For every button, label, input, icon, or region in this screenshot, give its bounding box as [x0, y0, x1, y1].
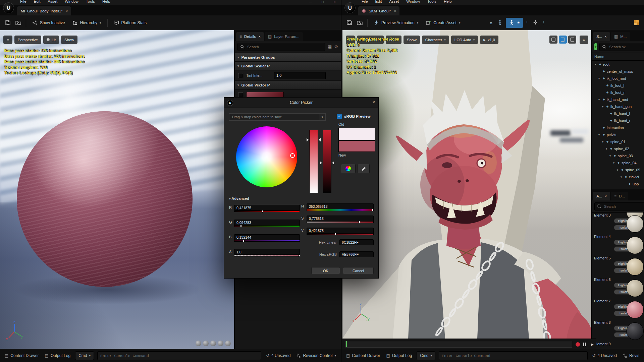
- chevron-down-icon[interactable]: ▾: [605, 147, 608, 150]
- tab-layer-parameters[interactable]: ▤ Layer Param...: [265, 32, 303, 41]
- override-checkbox[interactable]: [238, 73, 243, 78]
- save-button[interactable]: [3, 18, 12, 28]
- preview-shape-custom[interactable]: [225, 341, 231, 346]
- viewport-option-button[interactable]: [568, 36, 576, 44]
- hex-linear-input[interactable]: 6C1822FF: [339, 239, 374, 245]
- color-themes-button[interactable]: [341, 164, 356, 173]
- asset-details-search-box[interactable]: [594, 202, 644, 210]
- bone-row[interactable]: ◆ik_foot_l: [592, 82, 644, 89]
- menu-tools[interactable]: Tools: [86, 0, 95, 3]
- browse-to-asset-button[interactable]: [14, 18, 23, 28]
- playhead[interactable]: [346, 341, 347, 347]
- bone-row[interactable]: ▾◆spine_01: [592, 138, 644, 145]
- pause-button[interactable]: [583, 343, 586, 346]
- bone-row[interactable]: ▾◆root: [592, 61, 644, 68]
- s-slider-marker[interactable]: [359, 221, 360, 223]
- menu-tools[interactable]: Tools: [427, 0, 436, 3]
- menu-help[interactable]: Help: [102, 0, 110, 3]
- r-slider[interactable]: [234, 210, 300, 212]
- lod-button[interactable]: LOD Auto▾: [451, 36, 478, 44]
- menu-file[interactable]: File: [20, 0, 26, 3]
- preview-shape-cylinder[interactable]: [196, 341, 201, 346]
- element-thumbnail[interactable]: [626, 301, 644, 318]
- bone-row[interactable]: ◆ik_hand_l: [592, 110, 644, 117]
- theme-menu-button[interactable]: ▾: [319, 113, 326, 121]
- skeleton-mode-button[interactable]: [495, 18, 504, 28]
- unsaved-button[interactable]: ↺ 4 Unsaved: [591, 353, 618, 358]
- cmd-dropdown[interactable]: Cmd ▾: [417, 351, 435, 360]
- tab-details[interactable]: ≡ Details ×: [236, 32, 264, 41]
- show-inactive-button[interactable]: Show Inactive: [29, 18, 68, 28]
- value-bar[interactable]: [323, 130, 331, 193]
- r-slider-marker[interactable]: [262, 210, 263, 213]
- asset-details-search-input[interactable]: [603, 204, 644, 209]
- chevron-down-icon[interactable]: ▾: [594, 63, 597, 66]
- menu-window[interactable]: Window: [65, 0, 78, 3]
- close-icon[interactable]: ×: [604, 194, 607, 198]
- chevron-down-icon[interactable]: ▾: [616, 168, 619, 172]
- mesh-mode-button[interactable]: ★: [506, 18, 523, 28]
- chevron-down-icon[interactable]: ▾: [597, 77, 601, 80]
- saturation-marker[interactable]: [307, 138, 310, 141]
- hex-srgb-input[interactable]: AE5766FF: [339, 251, 374, 257]
- character-button[interactable]: Character▾: [422, 36, 449, 44]
- override-checkbox[interactable]: [238, 92, 243, 97]
- revision-control-button[interactable]: Revis: [622, 353, 641, 358]
- color-wheel-marker[interactable]: [290, 153, 295, 158]
- tint-intensity-value[interactable]: 1,0: [274, 72, 326, 79]
- tab-skeletal-mesh[interactable]: SKM_Ghoul* ×: [358, 6, 399, 15]
- tab-material-instance[interactable]: MI_Ghoul_Body_Inst01* ×: [17, 6, 71, 15]
- chevron-down-icon[interactable]: ▾: [601, 105, 604, 108]
- g-value-input[interactable]: 0,094283: [234, 220, 300, 225]
- bone-row[interactable]: ▾◆spine_03: [592, 152, 644, 159]
- chevron-down-icon[interactable]: ▾: [620, 175, 623, 179]
- details-search-box[interactable]: [237, 43, 325, 51]
- parameter-groups-header[interactable]: ▾ Parameter Groups: [235, 53, 341, 62]
- s-slider[interactable]: [307, 221, 374, 223]
- g-slider-marker[interactable]: [240, 225, 242, 227]
- v-slider-marker[interactable]: [335, 233, 336, 235]
- bone-row[interactable]: ▾◆clavicl: [592, 173, 644, 180]
- hierarchy-button[interactable]: Hierarchy ▾: [69, 18, 104, 28]
- maximize-icon[interactable]: □: [322, 1, 323, 4]
- v-slider[interactable]: [307, 233, 374, 235]
- element-thumbnail[interactable]: [626, 280, 644, 297]
- color-wheel[interactable]: [236, 126, 297, 187]
- element-thumbnail[interactable]: [626, 322, 644, 340]
- preview-animation-button[interactable]: Preview Animation ▾: [371, 18, 421, 28]
- ok-button[interactable]: OK: [311, 267, 340, 274]
- tab-close-icon[interactable]: ×: [66, 9, 68, 13]
- content-drawer-button[interactable]: ▤ Content Drawer: [3, 353, 40, 358]
- skeleton-search-input[interactable]: [608, 45, 644, 49]
- h-value-input[interactable]: 353,065613: [307, 203, 374, 209]
- element-thumbnail[interactable]: [626, 237, 644, 254]
- saturation-bar[interactable]: [309, 130, 318, 193]
- global-scalar-header[interactable]: ▾ Global Scalar P: [235, 62, 341, 70]
- ellipsis-icon[interactable]: ⋮: [524, 20, 529, 25]
- preview-shape-sphere[interactable]: [203, 341, 209, 346]
- lit-button[interactable]: Lit: [43, 36, 59, 44]
- menu-help[interactable]: Help: [444, 0, 452, 3]
- tab-close-icon[interactable]: ×: [394, 9, 396, 13]
- chevron-down-icon[interactable]: ▾: [597, 98, 601, 101]
- name-column-header[interactable]: Name: [592, 53, 644, 61]
- playback-speed-button[interactable]: ▶x1,0: [480, 36, 498, 44]
- bone-row[interactable]: ▾◆ik_hand_root: [592, 96, 644, 103]
- revision-control-button[interactable]: Revision Control ▾: [295, 353, 337, 358]
- material-preview-viewport[interactable]: ≡ Perspective Lit Show Base pass shader:…: [0, 30, 234, 349]
- gear-icon[interactable]: ⚙: [334, 44, 338, 49]
- global-vector-header[interactable]: ▾ Global Vector P: [235, 81, 341, 89]
- tab-asset-details[interactable]: A... ×: [593, 192, 610, 200]
- output-log-button[interactable]: ▤ Output Log: [43, 353, 72, 358]
- console-command-input[interactable]: [97, 351, 261, 360]
- viewport-option-button-active[interactable]: [559, 36, 567, 44]
- show-button[interactable]: Show: [61, 36, 77, 44]
- output-log-button[interactable]: ▤ Output Log: [385, 353, 413, 358]
- bone-row[interactable]: ◆upp: [592, 180, 644, 187]
- chevron-down-icon[interactable]: ▾: [612, 161, 615, 165]
- bone-row[interactable]: ◆ik_foot_r: [592, 89, 644, 96]
- chevron-down-icon[interactable]: ▾: [608, 154, 612, 158]
- tab-skeleton-tree[interactable]: S... ×: [593, 32, 610, 41]
- grid-view-icon[interactable]: ▦: [328, 44, 332, 49]
- cmd-dropdown[interactable]: Cmd ▾: [75, 351, 94, 360]
